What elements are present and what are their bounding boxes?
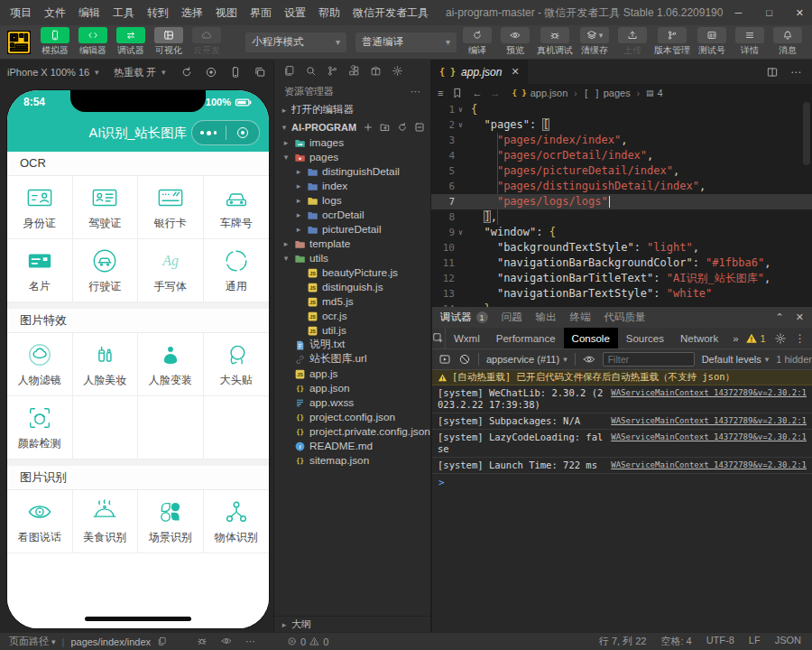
close-window-icon[interactable]: ✕ xyxy=(784,0,812,25)
more-actions-icon[interactable]: ⋯ xyxy=(790,66,801,79)
app-entry-名片[interactable]: 名片 xyxy=(7,239,73,302)
menu-界面[interactable]: 界面 xyxy=(244,0,278,25)
eye-icon[interactable] xyxy=(221,636,232,646)
more-actions-icon[interactable]: ⋯ xyxy=(411,86,420,98)
debugger-tab-调试器[interactable]: 调试器1 xyxy=(440,311,488,324)
code-line-6[interactable]: 6 "pages/distinguishDetail/index", xyxy=(431,179,812,194)
split-editor-icon[interactable] xyxy=(766,66,779,79)
app-entry-通用[interactable]: 通用 xyxy=(204,239,270,302)
code-line-3[interactable]: 3 "pages/index/index", xyxy=(431,133,812,148)
statusbar-item[interactable]: 行 7, 列 22 xyxy=(599,635,647,648)
more-tabs-icon[interactable]: » xyxy=(726,333,744,344)
test-account-button[interactable]: 测试号 xyxy=(696,27,728,57)
remote-debug-button[interactable]: 真机调试 xyxy=(537,27,573,57)
inspect-element-button[interactable] xyxy=(432,328,446,348)
breadcrumb-app.json[interactable]: { }app.json xyxy=(512,88,567,98)
statusbar-item[interactable]: UTF-8 xyxy=(706,635,734,648)
fold-icon[interactable]: ∨ xyxy=(455,225,466,240)
log-levels-dropdown[interactable]: Default levels ▾ xyxy=(702,354,770,365)
tree-item-app.wxss[interactable]: app.wxss xyxy=(274,395,430,410)
menu-帮助[interactable]: 帮助 xyxy=(312,0,346,25)
warning-counter[interactable]: 1 xyxy=(745,332,766,345)
tree-item-beautyPicture.js[interactable]: JSbeautyPicture.js xyxy=(274,265,430,280)
close-miniprogram-button[interactable] xyxy=(226,127,260,138)
more-icon[interactable]: ⋯ xyxy=(245,636,255,647)
code-line-10[interactable]: 10 "backgroundTextStyle": "light", xyxy=(431,240,812,255)
tree-item-站长图库.url[interactable]: 站长图库.url xyxy=(274,352,430,367)
devtools-tab-Wxml[interactable]: Wxml xyxy=(446,328,488,348)
code-line-2[interactable]: 2∨ "pages": [ xyxy=(431,117,812,133)
console-message[interactable]: [system] Launch Time: 722 msWAServiceMai… xyxy=(432,458,812,474)
app-entry-人物滤镜[interactable]: 人物滤镜 xyxy=(7,333,73,396)
simulator-button[interactable]: 模拟器 xyxy=(39,27,71,57)
open-editors-section[interactable]: ▸ 打开的编辑器 xyxy=(274,101,430,118)
app-entry-颜龄检测[interactable]: 颜龄检测 xyxy=(7,396,73,460)
tree-item-sitemap.json[interactable]: {}sitemap.json xyxy=(274,453,430,468)
clear-cache-button[interactable]: ▾清缓存 xyxy=(578,27,611,57)
statusbar-item[interactable]: LF xyxy=(749,635,761,648)
project-root-row[interactable]: ▾ AI-PROGRAM xyxy=(274,118,430,135)
compile-dropdown[interactable]: 普通编译 ▾ xyxy=(355,32,457,52)
tree-item-ocr.js[interactable]: JSocr.js xyxy=(274,309,430,323)
tree-item-README.md[interactable]: iREADME.md xyxy=(274,439,430,453)
app-entry-大头贴[interactable]: 大头贴 xyxy=(204,333,270,396)
app-entry-看图说话[interactable]: 看图说话 xyxy=(7,490,73,553)
statusbar-item[interactable]: 空格: 4 xyxy=(660,635,691,648)
kebab-menu-icon[interactable]: ⋮ xyxy=(795,332,806,345)
menu-icon[interactable]: ≡ xyxy=(438,88,443,98)
breadcrumb-4[interactable]: ▤4 xyxy=(646,88,663,98)
expand-panel-icon[interactable]: ⌃ xyxy=(776,311,784,323)
app-entry-物体识别[interactable]: 物体识别 xyxy=(204,490,270,553)
tree-item-template[interactable]: ▸template xyxy=(274,237,430,251)
visual-button[interactable]: 可视化 xyxy=(152,27,185,57)
console-source-link[interactable]: WAServiceMainContext_14372789&v=2.30.2:1 xyxy=(611,432,807,443)
maximize-window-icon[interactable]: □ xyxy=(753,0,784,25)
debugger-tab-代码质量[interactable]: 代码质量 xyxy=(604,311,646,324)
editor-button[interactable]: 编辑器 xyxy=(77,27,109,57)
fold-icon[interactable]: ∨ xyxy=(455,102,466,117)
tab-app-json[interactable]: { } app.json ✕ xyxy=(431,60,528,84)
back-icon[interactable]: ← xyxy=(472,88,482,98)
menu-视图[interactable]: 视图 xyxy=(209,0,244,25)
code-line-1[interactable]: 1∨{ xyxy=(431,102,812,117)
device-dropdown[interactable]: iPhone X 100% 16 ▾ xyxy=(7,67,101,78)
console-message[interactable]: [system] Subpackages: N/AWAServiceMainCo… xyxy=(432,413,812,430)
app-entry-人脸美妆[interactable]: 人脸美妆 xyxy=(73,333,139,396)
app-entry-身份证[interactable]: 身份证 xyxy=(7,176,73,239)
tree-item-ocrDetail[interactable]: ▸ocrDetail xyxy=(274,208,430,222)
menu-工具[interactable]: 工具 xyxy=(106,0,141,25)
minimize-window-icon[interactable]: ─ xyxy=(723,0,753,25)
console-drawer-icon[interactable] xyxy=(438,353,451,366)
debugger-button[interactable]: 调试器 xyxy=(115,27,147,57)
code-line-9[interactable]: 9∨ "window": { xyxy=(431,225,812,240)
details-button[interactable]: 详情 xyxy=(734,27,766,57)
bug-icon[interactable] xyxy=(197,636,208,646)
code-line-8[interactable]: 8 ], xyxy=(431,209,812,225)
devtools-tab-Sources[interactable]: Sources xyxy=(618,328,672,348)
menu-项目[interactable]: 项目 xyxy=(4,0,38,25)
console-source-link[interactable]: WAServiceMainContext_14372789&v=2.30.2:1 xyxy=(611,415,807,427)
menu-编辑[interactable]: 编辑 xyxy=(72,0,106,25)
code-line-13[interactable]: 13 "navigationBarTextStyle": "white" xyxy=(431,286,812,302)
tree-item-images[interactable]: ▸images xyxy=(274,135,430,150)
app-entry-场景识别[interactable]: 场景识别 xyxy=(138,490,204,553)
code-line-11[interactable]: 11 "navigationBarBackgroundColor": "#1fb… xyxy=(431,255,812,271)
tree-item-app.json[interactable]: {}app.json xyxy=(274,381,430,395)
mode-dropdown[interactable]: 小程序模式 ▾ xyxy=(245,32,346,52)
close-tab-icon[interactable]: ✕ xyxy=(511,66,519,78)
context-dropdown[interactable]: appservice (#11) ▾ xyxy=(486,354,567,365)
tree-item-project.private.config.json[interactable]: {}project.private.config.json xyxy=(274,424,430,439)
hot-reload-dropdown[interactable]: 热重载 开 ▾ xyxy=(114,66,168,79)
code-line-4[interactable]: 4 "pages/ocrDetail/index", xyxy=(431,148,812,163)
menu-转到[interactable]: 转到 xyxy=(141,0,175,25)
menu-选择[interactable]: 选择 xyxy=(175,0,209,25)
devtools-tab-Console[interactable]: Console xyxy=(564,328,618,348)
preview-button[interactable]: 预览 xyxy=(499,27,531,57)
code-line-7[interactable]: 7 "pages/logs/logs" xyxy=(431,194,812,209)
tree-item-distinguish.js[interactable]: JSdistinguish.js xyxy=(274,280,430,294)
tree-item-index[interactable]: ▸index xyxy=(274,179,430,193)
app-entry-驾驶证[interactable]: 驾驶证 xyxy=(73,176,139,239)
page-route-dropdown[interactable]: 页面路径 ▾ xyxy=(9,635,56,648)
console-message[interactable]: [system] LazyCodeLoading: falseWAService… xyxy=(432,430,812,458)
app-entry-美食识别[interactable]: 美食识别 xyxy=(73,490,139,553)
